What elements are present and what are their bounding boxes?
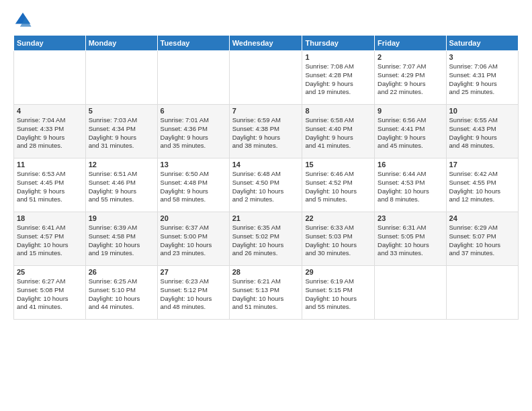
day-info: Sunrise: 6:21 AM Sunset: 5:13 PM Dayligh… xyxy=(232,277,300,312)
day-info: Sunrise: 6:46 AM Sunset: 4:52 PM Dayligh… xyxy=(305,170,371,204)
day-info: Sunrise: 6:27 AM Sunset: 5:08 PM Dayligh… xyxy=(17,277,83,312)
day-number: 19 xyxy=(89,214,154,222)
day-info: Sunrise: 6:58 AM Sunset: 4:40 PM Dayligh… xyxy=(305,116,371,150)
calendar-cell: 20Sunrise: 6:37 AM Sunset: 5:00 PM Dayli… xyxy=(157,212,229,266)
day-number: 15 xyxy=(305,161,371,169)
day-number: 12 xyxy=(89,161,154,169)
day-number: 3 xyxy=(449,53,515,61)
day-number: 25 xyxy=(17,268,83,276)
day-info: Sunrise: 6:48 AM Sunset: 4:50 PM Dayligh… xyxy=(232,170,300,204)
day-info: Sunrise: 6:51 AM Sunset: 4:46 PM Dayligh… xyxy=(89,170,154,204)
calendar-cell: 26Sunrise: 6:25 AM Sunset: 5:10 PM Dayli… xyxy=(85,266,157,320)
calendar-cell: 12Sunrise: 6:51 AM Sunset: 4:46 PM Dayli… xyxy=(85,158,157,212)
page: SundayMondayTuesdayWednesdayThursdayFrid… xyxy=(0,0,532,411)
day-info: Sunrise: 6:23 AM Sunset: 5:12 PM Dayligh… xyxy=(161,277,226,312)
day-info: Sunrise: 7:03 AM Sunset: 4:34 PM Dayligh… xyxy=(89,116,154,150)
calendar-cell xyxy=(375,266,446,320)
calendar-week-row: 18Sunrise: 6:41 AM Sunset: 4:57 PM Dayli… xyxy=(14,212,519,266)
calendar-cell xyxy=(14,51,86,105)
calendar-week-row: 1Sunrise: 7:08 AM Sunset: 4:28 PM Daylig… xyxy=(14,51,519,105)
day-info: Sunrise: 6:31 AM Sunset: 5:05 PM Dayligh… xyxy=(378,224,443,258)
calendar-week-row: 11Sunrise: 6:53 AM Sunset: 4:45 PM Dayli… xyxy=(14,158,519,212)
calendar-cell: 15Sunrise: 6:46 AM Sunset: 4:52 PM Dayli… xyxy=(302,158,375,212)
day-info: Sunrise: 7:07 AM Sunset: 4:29 PM Dayligh… xyxy=(378,62,443,97)
day-number: 24 xyxy=(449,214,515,222)
calendar-week-row: 25Sunrise: 6:27 AM Sunset: 5:08 PM Dayli… xyxy=(14,266,519,320)
day-number: 23 xyxy=(378,214,443,222)
calendar-cell: 9Sunrise: 6:56 AM Sunset: 4:41 PM Daylig… xyxy=(375,105,446,158)
day-number: 9 xyxy=(378,107,443,115)
day-number: 14 xyxy=(232,161,300,169)
day-number: 2 xyxy=(378,53,443,61)
calendar-header-row: SundayMondayTuesdayWednesdayThursdayFrid… xyxy=(14,36,519,51)
day-number: 16 xyxy=(378,161,443,169)
calendar-cell: 8Sunrise: 6:58 AM Sunset: 4:40 PM Daylig… xyxy=(302,105,375,158)
calendar-cell xyxy=(157,51,229,105)
day-info: Sunrise: 6:41 AM Sunset: 4:57 PM Dayligh… xyxy=(17,224,83,258)
day-number: 4 xyxy=(17,107,83,115)
day-info: Sunrise: 6:42 AM Sunset: 4:55 PM Dayligh… xyxy=(449,170,515,204)
calendar-cell: 6Sunrise: 7:01 AM Sunset: 4:36 PM Daylig… xyxy=(157,105,229,158)
calendar-cell: 24Sunrise: 6:29 AM Sunset: 5:07 PM Dayli… xyxy=(446,212,518,266)
calendar-cell: 10Sunrise: 6:55 AM Sunset: 4:43 PM Dayli… xyxy=(446,105,518,158)
calendar-cell: 23Sunrise: 6:31 AM Sunset: 5:05 PM Dayli… xyxy=(375,212,446,266)
day-info: Sunrise: 6:50 AM Sunset: 4:48 PM Dayligh… xyxy=(161,170,226,204)
weekday-header: Sunday xyxy=(14,36,86,51)
calendar-cell: 2Sunrise: 7:07 AM Sunset: 4:29 PM Daylig… xyxy=(375,51,446,105)
day-info: Sunrise: 6:33 AM Sunset: 5:03 PM Dayligh… xyxy=(305,224,371,258)
day-number: 8 xyxy=(305,107,371,115)
calendar-cell: 5Sunrise: 7:03 AM Sunset: 4:34 PM Daylig… xyxy=(85,105,157,158)
calendar-cell: 1Sunrise: 7:08 AM Sunset: 4:28 PM Daylig… xyxy=(302,51,375,105)
calendar-cell: 19Sunrise: 6:39 AM Sunset: 4:58 PM Dayli… xyxy=(85,212,157,266)
calendar-table: SundayMondayTuesdayWednesdayThursdayFrid… xyxy=(13,35,519,320)
day-number: 27 xyxy=(161,268,226,276)
calendar-cell: 3Sunrise: 7:06 AM Sunset: 4:31 PM Daylig… xyxy=(446,51,518,105)
day-info: Sunrise: 6:19 AM Sunset: 5:15 PM Dayligh… xyxy=(305,277,371,312)
day-info: Sunrise: 6:53 AM Sunset: 4:45 PM Dayligh… xyxy=(17,170,83,204)
day-info: Sunrise: 6:25 AM Sunset: 5:10 PM Dayligh… xyxy=(89,277,154,312)
day-info: Sunrise: 6:55 AM Sunset: 4:43 PM Dayligh… xyxy=(449,116,515,150)
logo-icon xyxy=(13,11,32,30)
weekday-header: Saturday xyxy=(446,36,518,51)
day-number: 20 xyxy=(161,214,226,222)
weekday-header: Wednesday xyxy=(229,36,302,51)
logo xyxy=(13,11,34,30)
calendar-cell: 27Sunrise: 6:23 AM Sunset: 5:12 PM Dayli… xyxy=(157,266,229,320)
day-info: Sunrise: 6:56 AM Sunset: 4:41 PM Dayligh… xyxy=(378,116,443,150)
day-number: 11 xyxy=(17,161,83,169)
day-info: Sunrise: 6:44 AM Sunset: 4:53 PM Dayligh… xyxy=(378,170,443,204)
weekday-header: Tuesday xyxy=(157,36,229,51)
calendar-cell xyxy=(446,266,518,320)
day-info: Sunrise: 7:08 AM Sunset: 4:28 PM Dayligh… xyxy=(305,62,371,97)
calendar-cell: 17Sunrise: 6:42 AM Sunset: 4:55 PM Dayli… xyxy=(446,158,518,212)
day-number: 26 xyxy=(89,268,154,276)
calendar-cell: 28Sunrise: 6:21 AM Sunset: 5:13 PM Dayli… xyxy=(229,266,302,320)
calendar-week-row: 4Sunrise: 7:04 AM Sunset: 4:33 PM Daylig… xyxy=(14,105,519,158)
day-number: 5 xyxy=(89,107,154,115)
day-number: 1 xyxy=(305,53,371,61)
calendar-cell: 7Sunrise: 6:59 AM Sunset: 4:38 PM Daylig… xyxy=(229,105,302,158)
weekday-header: Thursday xyxy=(302,36,375,51)
day-number: 18 xyxy=(17,214,83,222)
day-info: Sunrise: 7:06 AM Sunset: 4:31 PM Dayligh… xyxy=(449,62,515,97)
calendar-cell: 25Sunrise: 6:27 AM Sunset: 5:08 PM Dayli… xyxy=(14,266,86,320)
calendar-cell: 29Sunrise: 6:19 AM Sunset: 5:15 PM Dayli… xyxy=(302,266,375,320)
day-info: Sunrise: 6:29 AM Sunset: 5:07 PM Dayligh… xyxy=(449,224,515,258)
day-number: 21 xyxy=(232,214,300,222)
calendar-cell: 18Sunrise: 6:41 AM Sunset: 4:57 PM Dayli… xyxy=(14,212,86,266)
calendar-cell: 22Sunrise: 6:33 AM Sunset: 5:03 PM Dayli… xyxy=(302,212,375,266)
calendar-cell xyxy=(85,51,157,105)
day-number: 28 xyxy=(232,268,300,276)
day-number: 7 xyxy=(232,107,300,115)
day-number: 13 xyxy=(161,161,226,169)
day-number: 29 xyxy=(305,268,371,276)
day-number: 17 xyxy=(449,161,515,169)
calendar-cell: 14Sunrise: 6:48 AM Sunset: 4:50 PM Dayli… xyxy=(229,158,302,212)
calendar-cell: 13Sunrise: 6:50 AM Sunset: 4:48 PM Dayli… xyxy=(157,158,229,212)
calendar-cell: 16Sunrise: 6:44 AM Sunset: 4:53 PM Dayli… xyxy=(375,158,446,212)
weekday-header: Monday xyxy=(85,36,157,51)
calendar-cell xyxy=(229,51,302,105)
day-number: 6 xyxy=(161,107,226,115)
day-info: Sunrise: 6:37 AM Sunset: 5:00 PM Dayligh… xyxy=(161,224,226,258)
calendar-cell: 21Sunrise: 6:35 AM Sunset: 5:02 PM Dayli… xyxy=(229,212,302,266)
